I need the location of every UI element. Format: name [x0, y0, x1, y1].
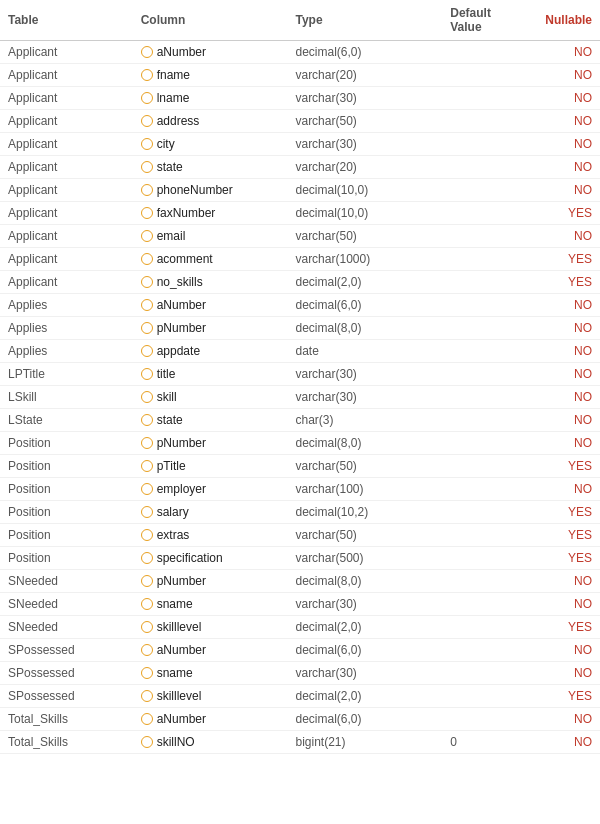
- cell-column: skilllevel: [133, 616, 288, 639]
- cell-nullable: NO: [531, 570, 600, 593]
- cell-table: Position: [0, 501, 133, 524]
- column-name-text: acomment: [157, 252, 213, 266]
- column-name-text: lname: [157, 91, 190, 105]
- cell-default: [442, 225, 530, 248]
- cell-column: state: [133, 409, 288, 432]
- cell-default: [442, 501, 530, 524]
- cell-default: [442, 294, 530, 317]
- cell-type: decimal(8,0): [287, 570, 442, 593]
- cell-type: decimal(6,0): [287, 41, 442, 64]
- column-name-text: aNumber: [157, 643, 206, 657]
- column-key-icon: [141, 713, 153, 725]
- column-key-icon: [141, 345, 153, 357]
- cell-table: Position: [0, 432, 133, 455]
- cell-nullable: NO: [531, 41, 600, 64]
- cell-table: SPossessed: [0, 685, 133, 708]
- cell-type: decimal(2,0): [287, 685, 442, 708]
- cell-nullable: NO: [531, 340, 600, 363]
- table-row: Applicantno_skillsdecimal(2,0)YES: [0, 271, 600, 294]
- cell-nullable: NO: [531, 386, 600, 409]
- cell-type: varchar(50): [287, 455, 442, 478]
- table-row: Applicantcityvarchar(30)NO: [0, 133, 600, 156]
- table-row: PositionpTitlevarchar(50)YES: [0, 455, 600, 478]
- cell-column: title: [133, 363, 288, 386]
- cell-column: skill: [133, 386, 288, 409]
- table-body: ApplicantaNumberdecimal(6,0)NOApplicantf…: [0, 41, 600, 754]
- cell-column: faxNumber: [133, 202, 288, 225]
- cell-table: Applicant: [0, 156, 133, 179]
- table-row: SPossessedskillleveldecimal(2,0)YES: [0, 685, 600, 708]
- column-name-text: aNumber: [157, 45, 206, 59]
- column-name-text: no_skills: [157, 275, 203, 289]
- column-key-icon: [141, 690, 153, 702]
- column-key-icon: [141, 414, 153, 426]
- cell-nullable: NO: [531, 662, 600, 685]
- cell-table: Applicant: [0, 179, 133, 202]
- cell-column: pNumber: [133, 317, 288, 340]
- cell-type: decimal(2,0): [287, 616, 442, 639]
- cell-table: Applicant: [0, 248, 133, 271]
- column-key-icon: [141, 598, 153, 610]
- cell-column: fname: [133, 64, 288, 87]
- cell-default: [442, 524, 530, 547]
- table-row: AppliesappdatedateNO: [0, 340, 600, 363]
- cell-column: salary: [133, 501, 288, 524]
- column-name-text: employer: [157, 482, 206, 496]
- cell-column: aNumber: [133, 708, 288, 731]
- cell-nullable: YES: [531, 248, 600, 271]
- column-key-icon: [141, 529, 153, 541]
- column-name-text: city: [157, 137, 175, 151]
- cell-nullable: YES: [531, 202, 600, 225]
- header-nullable: Nullable: [531, 0, 600, 41]
- column-key-icon: [141, 552, 153, 564]
- table-row: ApplicantaNumberdecimal(6,0)NO: [0, 41, 600, 64]
- column-name-text: phoneNumber: [157, 183, 233, 197]
- cell-default: [442, 64, 530, 87]
- cell-default: [442, 156, 530, 179]
- cell-column: city: [133, 133, 288, 156]
- cell-default: [442, 662, 530, 685]
- table-row: SPossessedaNumberdecimal(6,0)NO: [0, 639, 600, 662]
- cell-table: Applicant: [0, 202, 133, 225]
- cell-default: [442, 685, 530, 708]
- schema-table: Table Column Type Default Value Nullable…: [0, 0, 600, 754]
- cell-column: no_skills: [133, 271, 288, 294]
- cell-type: decimal(6,0): [287, 708, 442, 731]
- table-row: Applicantstatevarchar(20)NO: [0, 156, 600, 179]
- cell-default: [442, 363, 530, 386]
- cell-type: varchar(1000): [287, 248, 442, 271]
- cell-default: [442, 202, 530, 225]
- header-table: Table: [0, 0, 133, 41]
- cell-type: decimal(10,0): [287, 202, 442, 225]
- cell-nullable: NO: [531, 363, 600, 386]
- table-row: SNeededpNumberdecimal(8,0)NO: [0, 570, 600, 593]
- cell-default: [442, 547, 530, 570]
- cell-table: Applies: [0, 294, 133, 317]
- cell-column: skillNO: [133, 731, 288, 754]
- column-key-icon: [141, 276, 153, 288]
- cell-column: state: [133, 156, 288, 179]
- cell-table: Applicant: [0, 110, 133, 133]
- column-key-icon: [141, 299, 153, 311]
- cell-table: Applies: [0, 340, 133, 363]
- cell-column: sname: [133, 593, 288, 616]
- cell-table: Applicant: [0, 133, 133, 156]
- cell-column: email: [133, 225, 288, 248]
- cell-nullable: NO: [531, 133, 600, 156]
- table-row: AppliespNumberdecimal(8,0)NO: [0, 317, 600, 340]
- column-name-text: sname: [157, 597, 193, 611]
- cell-nullable: YES: [531, 455, 600, 478]
- cell-table: Applicant: [0, 271, 133, 294]
- cell-nullable: NO: [531, 409, 600, 432]
- column-key-icon: [141, 736, 153, 748]
- cell-table: Position: [0, 455, 133, 478]
- column-name-text: faxNumber: [157, 206, 216, 220]
- cell-column: address: [133, 110, 288, 133]
- cell-type: decimal(10,2): [287, 501, 442, 524]
- column-name-text: skillNO: [157, 735, 195, 749]
- cell-type: varchar(500): [287, 547, 442, 570]
- cell-nullable: NO: [531, 317, 600, 340]
- column-key-icon: [141, 644, 153, 656]
- cell-default: [442, 87, 530, 110]
- cell-nullable: NO: [531, 156, 600, 179]
